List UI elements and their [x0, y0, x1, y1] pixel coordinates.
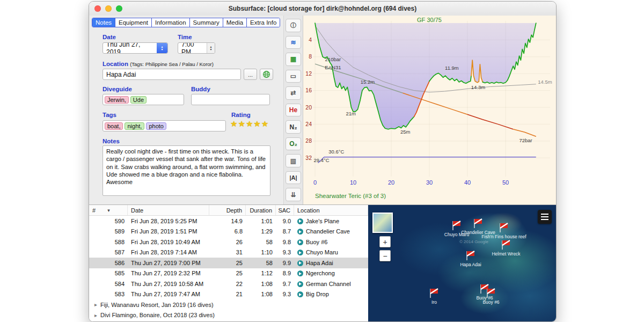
rating-star[interactable]: ★: [253, 119, 261, 128]
notes-tab-bar: NotesEquipmentInformationSummaryMediaExt…: [92, 18, 280, 27]
dive-list-header[interactable]: #▾DateDepthDurationSACLocation: [89, 205, 368, 216]
dive-flag-iro[interactable]: Iro: [430, 289, 438, 305]
date-input[interactable]: Thu Jun 27, 2019 ▴▾: [103, 42, 168, 54]
column-header-sac[interactable]: SAC: [276, 205, 294, 215]
location-tags-suffix: (Tags: Philippine Sea / Palau / Koror): [130, 61, 214, 67]
top-section: NotesEquipmentInformationSummaryMediaExt…: [89, 16, 556, 204]
diveguide-input[interactable]: Jerwin,Ude: [103, 94, 184, 105]
zoom-out-button[interactable]: −: [379, 250, 391, 261]
dive-location-cell: Ngerchong: [294, 270, 368, 276]
rating-star[interactable]: ★: [261, 119, 269, 128]
svg-text:0: 0: [313, 179, 317, 186]
dive-cell: Thu Jun 27, 2019 10:58 AM: [128, 281, 209, 287]
dive-cell: 1:01: [246, 218, 276, 224]
tab-media[interactable]: Media: [223, 18, 246, 27]
dive-flag-helmet-wreck[interactable]: Helmet Wreck: [492, 240, 521, 257]
tab-notes[interactable]: Notes: [92, 18, 115, 27]
dive-row-585[interactable]: 585Thu Jun 27, 2019 2:32 PM251:128.9Nger…: [89, 268, 368, 279]
helium-graph-toggle[interactable]: He: [286, 104, 301, 117]
ruler-icon[interactable]: ▭: [286, 70, 301, 83]
tab-information[interactable]: Information: [151, 18, 189, 27]
dive-row-588[interactable]: 588Fri Jun 28, 2019 10:49 AM26589.8Buoy …: [89, 237, 368, 247]
sort-indicator-icon: ▾: [107, 208, 110, 213]
dive-cell: 9.9: [276, 260, 294, 266]
location-input[interactable]: Hapa Adai: [103, 69, 241, 80]
dive-cell: 25: [209, 260, 246, 266]
dive-cell: 6.8: [209, 228, 246, 235]
trip-row[interactable]: ▸Fiji, Wananavu Resort, Jan 2019 (16 div…: [89, 299, 368, 310]
location-more-button[interactable]: ...: [244, 69, 257, 80]
diveguide-label: Diveguide: [103, 86, 132, 92]
location-map-button[interactable]: [260, 69, 273, 80]
map-canvas[interactable]: Chuyo MaruChandelier CaveFish'n Fins hou…: [368, 205, 556, 321]
date-dropdown-icon[interactable]: ▴▾: [157, 43, 167, 53]
dive-row-589[interactable]: 589Fri Jun 28, 2019 1:51 PM6.81:298.7Cha…: [89, 226, 368, 237]
info-icon[interactable]: ⓘ: [286, 19, 301, 32]
tags-input[interactable]: boat,night,photo: [103, 120, 226, 131]
svg-text:14.5m: 14.5m: [538, 79, 552, 85]
tissues-graph-toggle[interactable]: |A|: [286, 171, 301, 185]
subsurface-window: Subsurface: [cloud storage for] dirk@hoh…: [89, 1, 557, 322]
sac-colors-toggle[interactable]: ▧: [286, 154, 301, 167]
dive-cell: 1:08: [246, 291, 276, 297]
picture-icon[interactable]: ▦: [286, 53, 301, 66]
dive-location-cell: Jake's Plane: [294, 218, 368, 224]
dive-cell: 590: [89, 218, 128, 224]
column-header-duration[interactable]: Duration: [246, 205, 276, 215]
collapse-profile-icon[interactable]: ⇊: [286, 188, 301, 201]
notes-textarea[interactable]: Really cool night dive - first time on t…: [103, 145, 270, 196]
rating-stars[interactable]: ★★★★★: [230, 119, 269, 129]
title-bar[interactable]: Subsurface: [cloud storage for] dirk@hoh…: [89, 2, 556, 16]
dive-site-icon: [297, 239, 303, 245]
dive-location-cell: Big Drop: [294, 291, 368, 297]
column-header-location[interactable]: Location: [294, 205, 368, 215]
dive-row-587[interactable]: 587Fri Jun 28, 2019 7:14 AM311:109.3Chuy…: [89, 247, 368, 258]
tab-equipment[interactable]: Equipment: [115, 18, 151, 27]
oxygen-graph-toggle[interactable]: O₂: [286, 137, 301, 151]
dive-row-584[interactable]: 584Thu Jun 27, 2019 10:58 AM221:089.7Ger…: [89, 279, 368, 289]
dive-row-583[interactable]: 583Thu Jun 27, 2019 7:47 AM211:089.3Big …: [89, 289, 368, 300]
dive-cell: 58: [246, 260, 276, 266]
dive-cell: 9.3: [276, 291, 294, 297]
rating-star[interactable]: ★: [230, 119, 238, 128]
maximize-button[interactable]: [116, 5, 122, 12]
dive-flag-hapa-adai[interactable]: Hapa Adai: [460, 251, 481, 267]
dive-row-586[interactable]: 586Thu Jun 27, 2019 7:00 PM25589.9Hapa A…: [89, 258, 368, 268]
svg-text:EAN31: EAN31: [325, 64, 341, 70]
divecomputer-icon[interactable]: ⇄: [286, 86, 301, 100]
time-stepper-icon[interactable]: ▴▾: [207, 43, 215, 53]
dive-flag-chandelier-cave[interactable]: Chandelier Cave: [461, 219, 495, 235]
trip-expand-icon[interactable]: ▸: [94, 312, 97, 318]
chip-Ude: Ude: [130, 96, 147, 104]
rating-star[interactable]: ★: [246, 119, 253, 128]
dive-cell: 58: [246, 239, 276, 245]
time-input[interactable]: 7:00 PM ▴▾: [178, 42, 215, 54]
tab-extra-info[interactable]: Extra Info: [246, 18, 280, 27]
trip-row[interactable]: ▸Divi Flamingo, Bonaire, Oct 2018 (23 di…: [89, 310, 368, 321]
svg-text:25m: 25m: [400, 129, 411, 135]
nitrogen-graph-toggle[interactable]: N₂: [286, 120, 301, 134]
column-header-depth[interactable]: Depth: [209, 205, 246, 215]
zoom-in-button[interactable]: +: [379, 236, 391, 247]
column-header-date[interactable]: Date: [128, 205, 209, 215]
map-panel[interactable]: Chuyo MaruChandelier CaveFish'n Fins hou…: [368, 205, 556, 321]
column-header-num[interactable]: #▾: [89, 205, 128, 215]
swimmer-icon[interactable]: ≋: [286, 36, 301, 49]
trip-expand-icon[interactable]: ▸: [94, 302, 97, 308]
map-menu-button[interactable]: [538, 210, 552, 224]
chip-photo: photo: [146, 122, 166, 130]
minimize-button[interactable]: [105, 5, 112, 12]
inset-map[interactable]: [372, 213, 393, 233]
rating-star[interactable]: ★: [238, 119, 245, 128]
dive-row-590[interactable]: 590Fri Jun 28, 2019 5:25 PM14.91:019.0Ja…: [89, 216, 368, 226]
svg-text:16: 16: [305, 87, 312, 93]
close-button[interactable]: [94, 5, 101, 12]
dive-cell: 586: [89, 260, 128, 266]
buddy-input[interactable]: [191, 94, 270, 105]
dive-location-label: Big Drop: [306, 291, 329, 297]
svg-text:24: 24: [305, 121, 312, 127]
dive-cell: 22: [209, 281, 246, 287]
dive-cell: Fri Jun 28, 2019 7:14 AM: [128, 249, 209, 255]
tab-summary[interactable]: Summary: [189, 18, 223, 27]
dive-site-icon: [297, 291, 303, 297]
